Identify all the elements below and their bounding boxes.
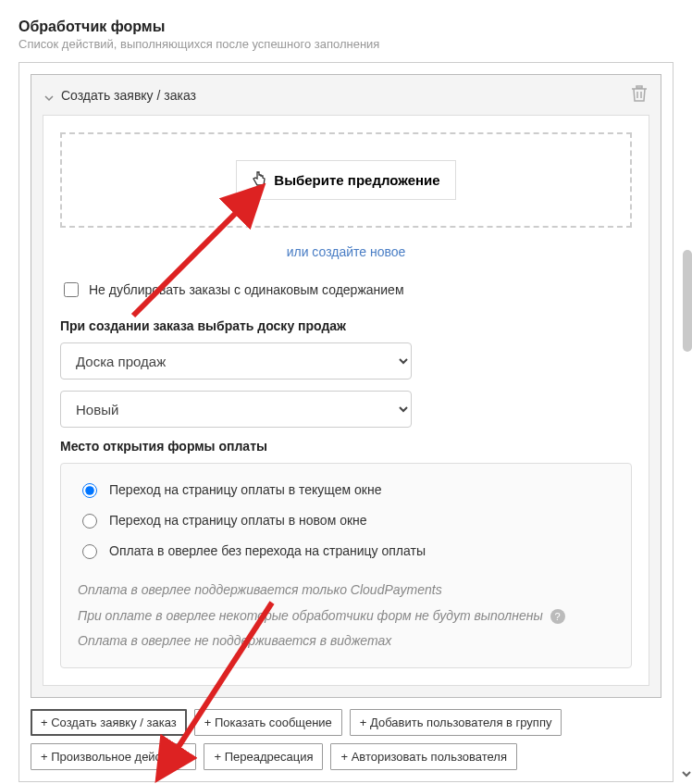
trash-icon[interactable] — [631, 84, 648, 106]
radio2-label: Переход на страницу оплаты в новом окне — [109, 513, 367, 528]
pick-offer-button[interactable]: Выберите предложение — [236, 160, 455, 200]
chip-add-user-group[interactable]: + Добавить пользователя в группу — [350, 709, 562, 736]
no-duplicate-checkbox-row[interactable]: Не дублировать заказы с одинаковым содер… — [60, 280, 632, 300]
chip-authorize-user[interactable]: + Авторизовать пользователя — [330, 743, 516, 770]
note-handlers-text: При оплате в оверлее некоторые обработчи… — [78, 608, 543, 623]
action-card-create-order: Создать заявку / заказ Выберите предложе… — [31, 74, 661, 698]
chevron-down-icon[interactable] — [681, 767, 692, 778]
actions-container: Создать заявку / заказ Выберите предложе… — [19, 62, 673, 782]
scrollbar-thumb[interactable] — [683, 250, 692, 352]
chevron-down-icon — [44, 91, 54, 100]
hand-pointer-icon — [252, 170, 266, 190]
offer-dropzone: Выберите предложение — [60, 132, 632, 228]
radio-new-window[interactable]: Переход на страницу оплаты в новом окне — [78, 511, 614, 529]
payment-location-label: Место открытия формы оплаты — [60, 439, 632, 454]
card-header[interactable]: Создать заявку / заказ — [31, 75, 661, 115]
pick-offer-label: Выберите предложение — [274, 172, 439, 188]
chip-show-message[interactable]: + Показать сообщение — [194, 709, 342, 736]
add-action-row: + Создать заявку / заказ + Показать сооб… — [31, 709, 661, 770]
chip-custom-action[interactable]: + Произвольное действие — [31, 743, 196, 770]
radio1-label: Переход на страницу оплаты в текущем окн… — [109, 482, 381, 497]
page-title: Обработчик формы — [19, 19, 673, 35]
radio3-label: Оплата в оверлее без перехода на страниц… — [109, 543, 426, 558]
note-widgets: Оплата в оверлее не поддерживается в вид… — [78, 632, 614, 651]
no-duplicate-checkbox[interactable] — [64, 282, 79, 297]
create-new-link[interactable]: или создайте новое — [60, 244, 632, 259]
payment-options-box: Переход на страницу оплаты в текущем окн… — [60, 463, 632, 668]
page-subtitle: Список действий, выполняющихся после усп… — [19, 37, 673, 51]
card-body: Выберите предложение или создайте новое … — [43, 115, 649, 686]
card-title: Создать заявку / заказ — [61, 88, 196, 103]
no-duplicate-label: Не дублировать заказы с одинаковым содер… — [89, 282, 404, 297]
note-handlers: При оплате в оверлее некоторые обработчи… — [78, 607, 614, 626]
note-cloudpayments: Оплата в оверлее поддерживается только C… — [78, 581, 614, 600]
chip-redirect[interactable]: + Переадресация — [204, 743, 323, 770]
sales-board-select[interactable]: Доска продаж — [60, 342, 412, 380]
board-label: При создании заказа выбрать доску продаж — [60, 318, 632, 333]
radio-overlay[interactable]: Оплата в оверлее без перехода на страниц… — [78, 541, 614, 559]
help-icon[interactable]: ? — [550, 609, 565, 624]
radio-overlay-input[interactable] — [82, 544, 97, 559]
radio-new-window-input[interactable] — [82, 514, 97, 529]
radio-current-window[interactable]: Переход на страницу оплаты в текущем окн… — [78, 480, 614, 498]
chip-create-order[interactable]: + Создать заявку / заказ — [31, 709, 187, 736]
status-select[interactable]: Новый — [60, 391, 412, 428]
radio-current-window-input[interactable] — [82, 483, 97, 498]
